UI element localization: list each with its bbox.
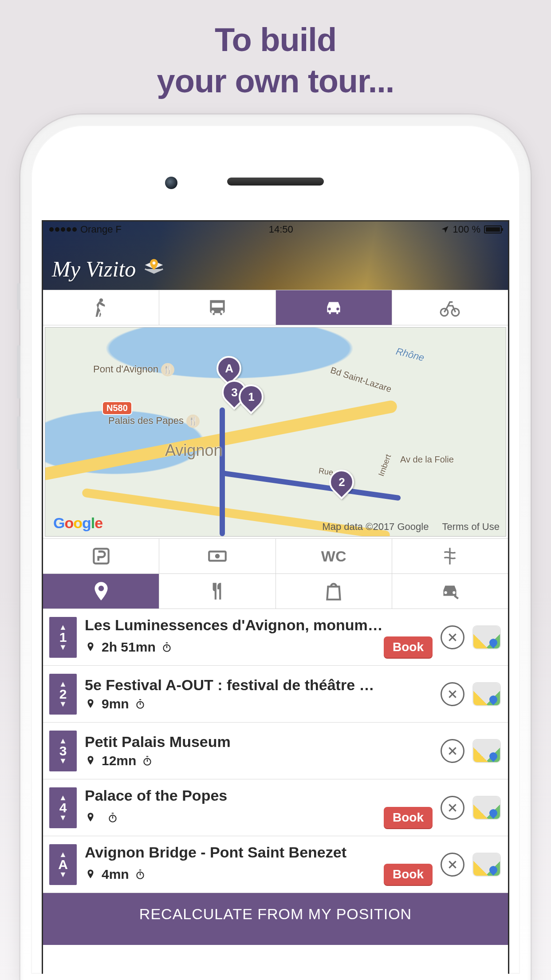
svg-point-0 [153, 261, 156, 265]
map-label-city: Avignon [165, 441, 222, 460]
tab-walk[interactable] [43, 290, 159, 325]
svg-point-6 [215, 554, 220, 558]
navigate-button[interactable] [472, 853, 501, 877]
map-terms-link[interactable]: Terms of Use [442, 521, 500, 533]
promo-headline: To build your own tour... [0, 0, 551, 102]
tab-poi[interactable] [43, 574, 159, 609]
wc-label: WC [321, 548, 346, 565]
pin-icon [90, 580, 112, 602]
book-button[interactable]: Book [384, 864, 433, 885]
reorder-handle[interactable]: ▲4▼ [49, 787, 77, 828]
car-service-icon [439, 580, 461, 602]
list-item-content[interactable]: Les Luminessences d'Avignon, monum…2h 51… [85, 616, 433, 658]
book-button[interactable]: Book [384, 636, 433, 658]
tab-pharmacy[interactable] [392, 539, 508, 573]
status-bar: Orange F 14:50 100 % [43, 221, 508, 237]
map-attribution: Map data ©2017 Google Terms of Use [322, 521, 500, 533]
recalculate-label: RECALCULATE FROM MY POSITION [139, 905, 412, 922]
tab-car[interactable] [276, 290, 392, 325]
tab-cash[interactable] [159, 539, 276, 573]
transport-tabs [43, 290, 508, 325]
stopwatch-icon [161, 641, 173, 653]
remove-button[interactable] [441, 853, 464, 877]
order-number: 4 [59, 801, 67, 814]
cash-icon [206, 545, 228, 567]
order-number: 1 [59, 631, 67, 644]
device-speaker [227, 178, 324, 186]
close-icon [447, 688, 458, 700]
map-label-palais: Palais des Papes 🍴 [108, 415, 200, 428]
app-logo: My Vizito [52, 256, 166, 282]
promo-line-1: To build [0, 20, 551, 61]
list-item-meta: 9mn [85, 696, 433, 711]
map[interactable]: Pont d'Avignon 🍴 Palais des Papes 🍴 Avig… [45, 327, 506, 537]
close-icon [447, 802, 458, 814]
reorder-handle[interactable]: ▲A▼ [49, 844, 77, 885]
device-bezel: Orange F 14:50 100 % My Vizito [31, 125, 520, 974]
amenity-tabs-row-2 [43, 574, 508, 609]
tab-bike[interactable] [392, 290, 508, 325]
list-item-meta: 4mnBook [85, 864, 433, 885]
list-item: ▲1▼Les Luminessences d'Avignon, monum…2h… [43, 609, 508, 666]
tab-bus[interactable] [159, 290, 276, 325]
order-number: 2 [59, 688, 67, 701]
list-item-meta: 12mn [85, 753, 433, 768]
map-label-av: Av de la Folie [400, 454, 454, 465]
tab-parking[interactable] [43, 539, 159, 573]
reorder-handle[interactable]: ▲2▼ [49, 674, 77, 715]
list-item: ▲3▼Petit Palais Museum12mn [43, 723, 508, 779]
location-pin-icon [85, 812, 96, 823]
list-item-title: Petit Palais Museum [85, 733, 433, 751]
list-item-meta: Book [85, 807, 433, 828]
chevron-up-icon: ▲ [59, 795, 67, 800]
tab-restaurant[interactable] [159, 574, 276, 609]
map-copyright: Map data ©2017 Google [322, 521, 429, 533]
battery-percent: 100 % [453, 224, 480, 235]
chevron-down-icon: ▼ [59, 645, 67, 650]
chevron-up-icon: ▲ [59, 739, 67, 743]
navigate-button[interactable] [472, 796, 501, 820]
pharmacy-icon [439, 545, 461, 567]
remove-button[interactable] [441, 739, 464, 763]
status-time: 14:50 [269, 224, 293, 235]
duration-label: 4mn [102, 867, 129, 882]
tab-shopping[interactable] [276, 574, 392, 609]
bike-icon [439, 296, 461, 319]
navigate-button[interactable] [472, 682, 501, 706]
car-icon [323, 296, 345, 319]
list-item-content[interactable]: 5e Festival A-OUT : festival de théâtre … [85, 676, 433, 711]
list-item: ▲2▼5e Festival A-OUT : festival de théât… [43, 666, 508, 723]
reorder-handle[interactable]: ▲1▼ [49, 617, 77, 658]
list-item-content[interactable]: Petit Palais Museum12mn [85, 733, 433, 768]
logo-pin-icon [142, 257, 166, 281]
book-button[interactable]: Book [384, 807, 433, 828]
chevron-up-icon: ▲ [59, 625, 67, 630]
restaurant-icon [206, 580, 228, 602]
device-volume-up [17, 345, 20, 399]
location-arrow-icon [441, 225, 449, 234]
reorder-handle[interactable]: ▲3▼ [49, 731, 77, 771]
remove-button[interactable] [441, 796, 464, 820]
remove-button[interactable] [441, 625, 464, 649]
navigate-button[interactable] [472, 625, 501, 649]
status-right: 100 % [441, 224, 502, 235]
navigate-button[interactable] [472, 739, 501, 763]
list-item-title: Avignon Bridge - Pont Saint Benezet [85, 844, 433, 861]
list-item-content[interactable]: Avignon Bridge - Pont Saint Benezet4mnBo… [85, 844, 433, 885]
location-pin-icon [85, 755, 96, 767]
chevron-down-icon: ▼ [59, 815, 67, 820]
close-icon [447, 745, 458, 757]
google-logo: Google [53, 514, 102, 532]
tab-car-service[interactable] [392, 574, 508, 609]
device-frame: Orange F 14:50 100 % My Vizito [20, 115, 531, 980]
signal-strength-icon [49, 227, 77, 232]
remove-button[interactable] [441, 682, 464, 706]
recalculate-button[interactable]: RECALCULATE FROM MY POSITION [43, 893, 508, 945]
tab-wc[interactable]: WC [276, 539, 392, 573]
battery-icon [484, 225, 502, 233]
restaurant-icon: 🍴 [186, 415, 200, 428]
bus-icon [206, 296, 228, 319]
list-item-content[interactable]: Palace of the PopesBook [85, 787, 433, 828]
chevron-down-icon: ▼ [59, 702, 67, 707]
road-badge: N580 [103, 402, 131, 414]
